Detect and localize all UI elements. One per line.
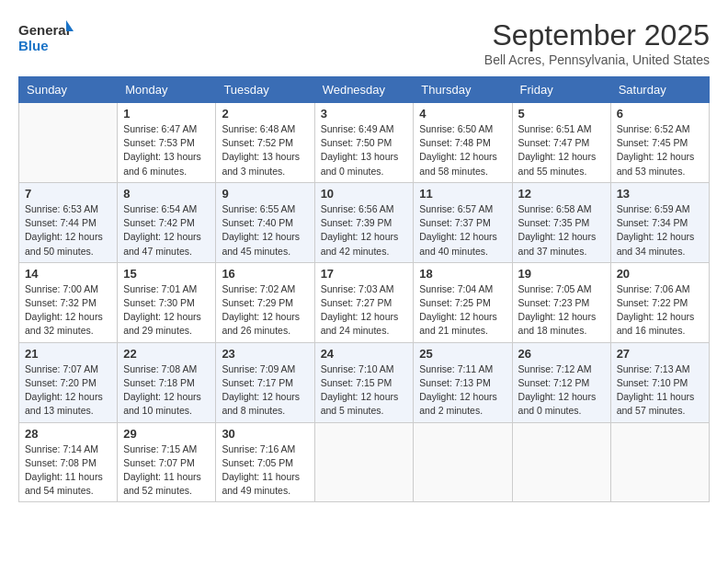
day-number: 7 — [25, 187, 111, 201]
calendar-cell — [314, 422, 414, 502]
calendar-cell: 4Sunrise: 6:50 AM Sunset: 7:48 PM Daylig… — [414, 103, 512, 183]
calendar-cell: 11Sunrise: 6:57 AM Sunset: 7:37 PM Dayli… — [414, 182, 512, 262]
calendar-header-row: SundayMondayTuesdayWednesdayThursdayFrid… — [19, 77, 710, 103]
calendar-cell: 3Sunrise: 6:49 AM Sunset: 7:50 PM Daylig… — [314, 103, 414, 183]
day-info: Sunrise: 7:00 AM Sunset: 7:32 PM Dayligh… — [25, 282, 111, 339]
day-info: Sunrise: 6:47 AM Sunset: 7:53 PM Dayligh… — [123, 122, 210, 178]
calendar-cell — [610, 422, 709, 502]
day-info: Sunrise: 6:56 AM Sunset: 7:39 PM Dayligh… — [321, 202, 408, 259]
svg-marker-2 — [66, 20, 74, 31]
calendar-cell — [19, 103, 118, 183]
day-info: Sunrise: 6:49 AM Sunset: 7:50 PM Dayligh… — [321, 122, 408, 178]
calendar-cell: 5Sunrise: 6:51 AM Sunset: 7:47 PM Daylig… — [512, 103, 610, 183]
day-number: 3 — [321, 107, 408, 121]
day-number: 20 — [617, 267, 703, 281]
day-number: 4 — [419, 107, 506, 121]
day-number: 26 — [518, 347, 605, 361]
day-number: 29 — [123, 427, 210, 441]
calendar-cell: 20Sunrise: 7:06 AM Sunset: 7:22 PM Dayli… — [610, 262, 709, 342]
calendar-cell: 25Sunrise: 7:11 AM Sunset: 7:13 PM Dayli… — [414, 342, 512, 422]
day-number: 11 — [419, 187, 506, 201]
day-info: Sunrise: 7:11 AM Sunset: 7:13 PM Dayligh… — [419, 362, 506, 419]
calendar-cell: 9Sunrise: 6:55 AM Sunset: 7:40 PM Daylig… — [216, 182, 314, 262]
calendar-table: SundayMondayTuesdayWednesdayThursdayFrid… — [18, 76, 710, 502]
day-info: Sunrise: 6:48 AM Sunset: 7:52 PM Dayligh… — [222, 122, 308, 178]
logo-svg: GeneralBlue — [18, 18, 74, 55]
calendar-cell — [414, 422, 512, 502]
day-info: Sunrise: 7:13 AM Sunset: 7:10 PM Dayligh… — [617, 362, 703, 419]
day-number: 8 — [123, 187, 210, 201]
calendar-cell: 19Sunrise: 7:05 AM Sunset: 7:23 PM Dayli… — [512, 262, 610, 342]
calendar-week-row: 7Sunrise: 6:53 AM Sunset: 7:44 PM Daylig… — [19, 182, 710, 262]
day-number: 27 — [617, 347, 703, 361]
day-number: 18 — [419, 267, 506, 281]
day-number: 16 — [222, 267, 308, 281]
day-number: 25 — [419, 347, 506, 361]
weekday-header-tuesday: Tuesday — [216, 77, 314, 103]
calendar-cell — [512, 422, 610, 502]
day-info: Sunrise: 7:15 AM Sunset: 7:07 PM Dayligh… — [123, 442, 210, 499]
title-block: September 2025 Bell Acres, Pennsylvania,… — [484, 18, 710, 67]
calendar-cell: 14Sunrise: 7:00 AM Sunset: 7:32 PM Dayli… — [19, 262, 118, 342]
calendar-cell: 12Sunrise: 6:58 AM Sunset: 7:35 PM Dayli… — [512, 182, 610, 262]
calendar-cell: 27Sunrise: 7:13 AM Sunset: 7:10 PM Dayli… — [610, 342, 709, 422]
day-number: 14 — [25, 267, 111, 281]
day-number: 22 — [123, 347, 210, 361]
calendar-cell: 28Sunrise: 7:14 AM Sunset: 7:08 PM Dayli… — [19, 422, 118, 502]
day-info: Sunrise: 6:50 AM Sunset: 7:48 PM Dayligh… — [419, 122, 506, 178]
day-number: 2 — [222, 107, 308, 121]
calendar-cell: 17Sunrise: 7:03 AM Sunset: 7:27 PM Dayli… — [314, 262, 414, 342]
day-number: 10 — [321, 187, 408, 201]
day-number: 6 — [617, 107, 703, 121]
calendar-cell: 24Sunrise: 7:10 AM Sunset: 7:15 PM Dayli… — [314, 342, 414, 422]
day-number: 17 — [321, 267, 408, 281]
calendar-cell: 1Sunrise: 6:47 AM Sunset: 7:53 PM Daylig… — [118, 103, 216, 183]
day-number: 30 — [222, 427, 308, 441]
calendar-cell: 23Sunrise: 7:09 AM Sunset: 7:17 PM Dayli… — [216, 342, 314, 422]
day-info: Sunrise: 7:16 AM Sunset: 7:05 PM Dayligh… — [222, 442, 308, 499]
calendar-cell: 16Sunrise: 7:02 AM Sunset: 7:29 PM Dayli… — [216, 262, 314, 342]
calendar-cell: 2Sunrise: 6:48 AM Sunset: 7:52 PM Daylig… — [216, 103, 314, 183]
calendar-cell: 10Sunrise: 6:56 AM Sunset: 7:39 PM Dayli… — [314, 182, 414, 262]
day-info: Sunrise: 6:55 AM Sunset: 7:40 PM Dayligh… — [222, 202, 308, 259]
day-number: 28 — [25, 427, 111, 441]
day-info: Sunrise: 7:05 AM Sunset: 7:23 PM Dayligh… — [518, 282, 605, 339]
day-number: 1 — [123, 107, 210, 121]
day-number: 5 — [518, 107, 605, 121]
day-info: Sunrise: 7:02 AM Sunset: 7:29 PM Dayligh… — [222, 282, 308, 339]
calendar-cell: 22Sunrise: 7:08 AM Sunset: 7:18 PM Dayli… — [118, 342, 216, 422]
day-info: Sunrise: 6:52 AM Sunset: 7:45 PM Dayligh… — [617, 122, 703, 178]
day-number: 21 — [25, 347, 111, 361]
day-number: 12 — [518, 187, 605, 201]
calendar-cell: 15Sunrise: 7:01 AM Sunset: 7:30 PM Dayli… — [118, 262, 216, 342]
location-subtitle: Bell Acres, Pennsylvania, United States — [484, 52, 710, 67]
day-info: Sunrise: 7:14 AM Sunset: 7:08 PM Dayligh… — [25, 442, 111, 499]
day-info: Sunrise: 7:01 AM Sunset: 7:30 PM Dayligh… — [123, 282, 210, 339]
svg-text:General: General — [18, 22, 70, 38]
calendar-cell: 21Sunrise: 7:07 AM Sunset: 7:20 PM Dayli… — [19, 342, 118, 422]
day-info: Sunrise: 6:58 AM Sunset: 7:35 PM Dayligh… — [518, 202, 605, 259]
day-number: 15 — [123, 267, 210, 281]
day-info: Sunrise: 6:51 AM Sunset: 7:47 PM Dayligh… — [518, 122, 605, 178]
day-info: Sunrise: 7:10 AM Sunset: 7:15 PM Dayligh… — [321, 362, 408, 419]
weekday-header-monday: Monday — [118, 77, 216, 103]
svg-text:Blue: Blue — [18, 38, 49, 53]
day-number: 23 — [222, 347, 308, 361]
day-info: Sunrise: 7:04 AM Sunset: 7:25 PM Dayligh… — [419, 282, 506, 339]
day-number: 13 — [617, 187, 703, 201]
calendar-cell: 18Sunrise: 7:04 AM Sunset: 7:25 PM Dayli… — [414, 262, 512, 342]
calendar-week-row: 1Sunrise: 6:47 AM Sunset: 7:53 PM Daylig… — [19, 103, 710, 183]
page-header: GeneralBlue September 2025 Bell Acres, P… — [18, 18, 710, 67]
calendar-cell: 29Sunrise: 7:15 AM Sunset: 7:07 PM Dayli… — [118, 422, 216, 502]
weekday-header-wednesday: Wednesday — [314, 77, 414, 103]
day-number: 19 — [518, 267, 605, 281]
day-info: Sunrise: 7:09 AM Sunset: 7:17 PM Dayligh… — [222, 362, 308, 419]
calendar-cell: 13Sunrise: 6:59 AM Sunset: 7:34 PM Dayli… — [610, 182, 709, 262]
weekday-header-sunday: Sunday — [19, 77, 118, 103]
day-number: 9 — [222, 187, 308, 201]
weekday-header-friday: Friday — [512, 77, 610, 103]
weekday-header-thursday: Thursday — [414, 77, 512, 103]
day-info: Sunrise: 7:06 AM Sunset: 7:22 PM Dayligh… — [617, 282, 703, 339]
day-info: Sunrise: 7:07 AM Sunset: 7:20 PM Dayligh… — [25, 362, 111, 419]
calendar-cell: 8Sunrise: 6:54 AM Sunset: 7:42 PM Daylig… — [118, 182, 216, 262]
